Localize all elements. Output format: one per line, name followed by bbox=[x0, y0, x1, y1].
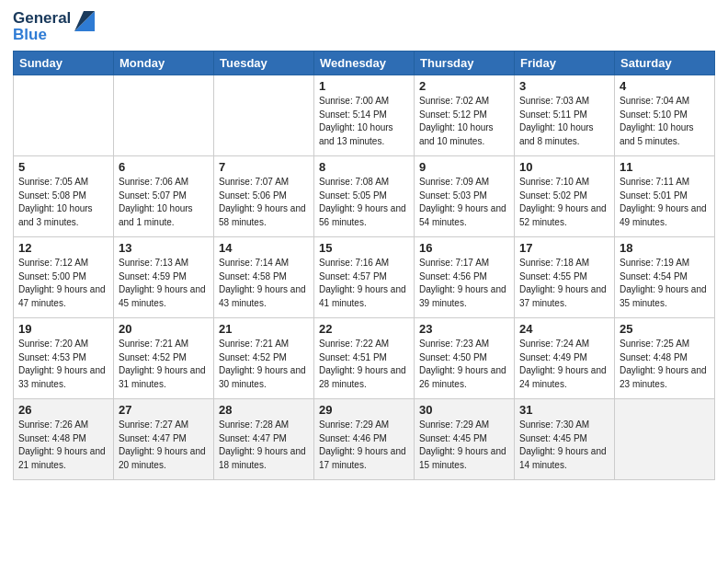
day-number: 29 bbox=[319, 403, 409, 417]
day-info: Sunrise: 7:20 AMSunset: 4:53 PMDaylight:… bbox=[18, 338, 108, 391]
day-info: Sunrise: 7:25 AMSunset: 4:48 PMDaylight:… bbox=[620, 338, 710, 391]
day-info: Sunrise: 7:17 AMSunset: 4:56 PMDaylight:… bbox=[419, 257, 509, 310]
calendar-cell: 8Sunrise: 7:08 AMSunset: 5:05 PMDaylight… bbox=[314, 156, 415, 237]
day-number: 7 bbox=[219, 160, 309, 174]
day-number: 23 bbox=[419, 322, 509, 336]
col-header-wednesday: Wednesday bbox=[314, 52, 415, 75]
logo-general: General bbox=[13, 9, 71, 28]
day-number: 26 bbox=[18, 403, 108, 417]
logo-blue: Blue bbox=[13, 26, 71, 44]
day-number: 9 bbox=[419, 160, 509, 174]
day-info: Sunrise: 7:26 AMSunset: 4:48 PMDaylight:… bbox=[18, 419, 108, 472]
day-info: Sunrise: 7:27 AMSunset: 4:47 PMDaylight:… bbox=[119, 419, 209, 472]
day-number: 4 bbox=[620, 79, 710, 93]
calendar-week-row: 26Sunrise: 7:26 AMSunset: 4:48 PMDayligh… bbox=[14, 399, 715, 480]
day-number: 17 bbox=[519, 241, 609, 255]
calendar-cell: 14Sunrise: 7:14 AMSunset: 4:58 PMDayligh… bbox=[214, 237, 314, 318]
day-info: Sunrise: 7:12 AMSunset: 5:00 PMDaylight:… bbox=[18, 257, 108, 310]
calendar-cell: 23Sunrise: 7:23 AMSunset: 4:50 PMDayligh… bbox=[415, 318, 515, 399]
day-info: Sunrise: 7:30 AMSunset: 4:45 PMDaylight:… bbox=[519, 419, 609, 472]
calendar-cell: 19Sunrise: 7:20 AMSunset: 4:53 PMDayligh… bbox=[14, 318, 114, 399]
day-info: Sunrise: 7:21 AMSunset: 4:52 PMDaylight:… bbox=[119, 338, 209, 391]
calendar: SundayMondayTuesdayWednesdayThursdayFrid… bbox=[13, 51, 715, 480]
calendar-cell: 28Sunrise: 7:28 AMSunset: 4:47 PMDayligh… bbox=[214, 399, 314, 480]
day-number: 5 bbox=[18, 160, 108, 174]
day-number: 14 bbox=[219, 241, 309, 255]
day-info: Sunrise: 7:07 AMSunset: 5:06 PMDaylight:… bbox=[219, 176, 309, 229]
logo-triangle-icon bbox=[74, 11, 95, 31]
calendar-cell bbox=[114, 75, 214, 156]
calendar-cell: 17Sunrise: 7:18 AMSunset: 4:55 PMDayligh… bbox=[515, 237, 615, 318]
day-info: Sunrise: 7:28 AMSunset: 4:47 PMDaylight:… bbox=[219, 419, 309, 472]
calendar-cell: 11Sunrise: 7:11 AMSunset: 5:01 PMDayligh… bbox=[615, 156, 715, 237]
day-info: Sunrise: 7:03 AMSunset: 5:11 PMDaylight:… bbox=[519, 95, 609, 148]
day-number: 16 bbox=[419, 241, 509, 255]
calendar-cell: 18Sunrise: 7:19 AMSunset: 4:54 PMDayligh… bbox=[615, 237, 715, 318]
day-info: Sunrise: 7:24 AMSunset: 4:49 PMDaylight:… bbox=[519, 338, 609, 391]
day-number: 19 bbox=[18, 322, 108, 336]
day-info: Sunrise: 7:18 AMSunset: 4:55 PMDaylight:… bbox=[519, 257, 609, 310]
col-header-tuesday: Tuesday bbox=[214, 52, 314, 75]
logo-container: General Blue bbox=[13, 9, 95, 43]
calendar-cell: 4Sunrise: 7:04 AMSunset: 5:10 PMDaylight… bbox=[615, 75, 715, 156]
day-info: Sunrise: 7:08 AMSunset: 5:05 PMDaylight:… bbox=[319, 176, 409, 229]
day-info: Sunrise: 7:19 AMSunset: 4:54 PMDaylight:… bbox=[620, 257, 710, 310]
calendar-week-row: 5Sunrise: 7:05 AMSunset: 5:08 PMDaylight… bbox=[14, 156, 715, 237]
calendar-cell bbox=[615, 399, 715, 480]
day-number: 1 bbox=[319, 79, 409, 93]
day-number: 24 bbox=[519, 322, 609, 336]
calendar-cell: 3Sunrise: 7:03 AMSunset: 5:11 PMDaylight… bbox=[515, 75, 615, 156]
calendar-cell: 29Sunrise: 7:29 AMSunset: 4:46 PMDayligh… bbox=[314, 399, 415, 480]
day-info: Sunrise: 7:29 AMSunset: 4:45 PMDaylight:… bbox=[419, 419, 509, 472]
day-number: 30 bbox=[419, 403, 509, 417]
calendar-cell: 6Sunrise: 7:06 AMSunset: 5:07 PMDaylight… bbox=[114, 156, 214, 237]
day-number: 12 bbox=[18, 241, 108, 255]
day-info: Sunrise: 7:04 AMSunset: 5:10 PMDaylight:… bbox=[620, 95, 710, 148]
day-number: 27 bbox=[119, 403, 209, 417]
calendar-cell: 20Sunrise: 7:21 AMSunset: 4:52 PMDayligh… bbox=[114, 318, 214, 399]
day-number: 11 bbox=[620, 160, 710, 174]
col-header-sunday: Sunday bbox=[14, 52, 114, 75]
header: General Blue bbox=[13, 9, 715, 43]
day-number: 25 bbox=[620, 322, 710, 336]
page: General Blue SundayMondayTuesdayWednesda… bbox=[0, 0, 728, 493]
calendar-cell: 26Sunrise: 7:26 AMSunset: 4:48 PMDayligh… bbox=[14, 399, 114, 480]
calendar-cell: 12Sunrise: 7:12 AMSunset: 5:00 PMDayligh… bbox=[14, 237, 114, 318]
day-info: Sunrise: 7:21 AMSunset: 4:52 PMDaylight:… bbox=[219, 338, 309, 391]
calendar-cell: 9Sunrise: 7:09 AMSunset: 5:03 PMDaylight… bbox=[415, 156, 515, 237]
calendar-cell: 7Sunrise: 7:07 AMSunset: 5:06 PMDaylight… bbox=[214, 156, 314, 237]
day-info: Sunrise: 7:14 AMSunset: 4:58 PMDaylight:… bbox=[219, 257, 309, 310]
calendar-cell: 22Sunrise: 7:22 AMSunset: 4:51 PMDayligh… bbox=[314, 318, 415, 399]
logo: General Blue bbox=[13, 9, 95, 43]
calendar-cell: 30Sunrise: 7:29 AMSunset: 4:45 PMDayligh… bbox=[415, 399, 515, 480]
calendar-cell: 10Sunrise: 7:10 AMSunset: 5:02 PMDayligh… bbox=[515, 156, 615, 237]
day-info: Sunrise: 7:29 AMSunset: 4:46 PMDaylight:… bbox=[319, 419, 409, 472]
calendar-cell: 31Sunrise: 7:30 AMSunset: 4:45 PMDayligh… bbox=[515, 399, 615, 480]
calendar-cell: 13Sunrise: 7:13 AMSunset: 4:59 PMDayligh… bbox=[114, 237, 214, 318]
col-header-thursday: Thursday bbox=[415, 52, 515, 75]
day-number: 2 bbox=[419, 79, 509, 93]
calendar-cell: 24Sunrise: 7:24 AMSunset: 4:49 PMDayligh… bbox=[515, 318, 615, 399]
col-header-friday: Friday bbox=[515, 52, 615, 75]
calendar-cell bbox=[214, 75, 314, 156]
day-number: 15 bbox=[319, 241, 409, 255]
col-header-monday: Monday bbox=[114, 52, 214, 75]
calendar-week-row: 1Sunrise: 7:00 AMSunset: 5:14 PMDaylight… bbox=[14, 75, 715, 156]
day-number: 22 bbox=[319, 322, 409, 336]
calendar-week-row: 12Sunrise: 7:12 AMSunset: 5:00 PMDayligh… bbox=[14, 237, 715, 318]
day-info: Sunrise: 7:05 AMSunset: 5:08 PMDaylight:… bbox=[18, 176, 108, 229]
day-number: 3 bbox=[519, 79, 609, 93]
calendar-cell bbox=[14, 75, 114, 156]
day-info: Sunrise: 7:02 AMSunset: 5:12 PMDaylight:… bbox=[419, 95, 509, 148]
calendar-cell: 21Sunrise: 7:21 AMSunset: 4:52 PMDayligh… bbox=[214, 318, 314, 399]
day-number: 21 bbox=[219, 322, 309, 336]
day-info: Sunrise: 7:22 AMSunset: 4:51 PMDaylight:… bbox=[319, 338, 409, 391]
calendar-cell: 2Sunrise: 7:02 AMSunset: 5:12 PMDaylight… bbox=[415, 75, 515, 156]
day-number: 20 bbox=[119, 322, 209, 336]
calendar-cell: 5Sunrise: 7:05 AMSunset: 5:08 PMDaylight… bbox=[14, 156, 114, 237]
day-info: Sunrise: 7:09 AMSunset: 5:03 PMDaylight:… bbox=[419, 176, 509, 229]
day-number: 8 bbox=[319, 160, 409, 174]
day-info: Sunrise: 7:23 AMSunset: 4:50 PMDaylight:… bbox=[419, 338, 509, 391]
calendar-week-row: 19Sunrise: 7:20 AMSunset: 4:53 PMDayligh… bbox=[14, 318, 715, 399]
calendar-cell: 16Sunrise: 7:17 AMSunset: 4:56 PMDayligh… bbox=[415, 237, 515, 318]
